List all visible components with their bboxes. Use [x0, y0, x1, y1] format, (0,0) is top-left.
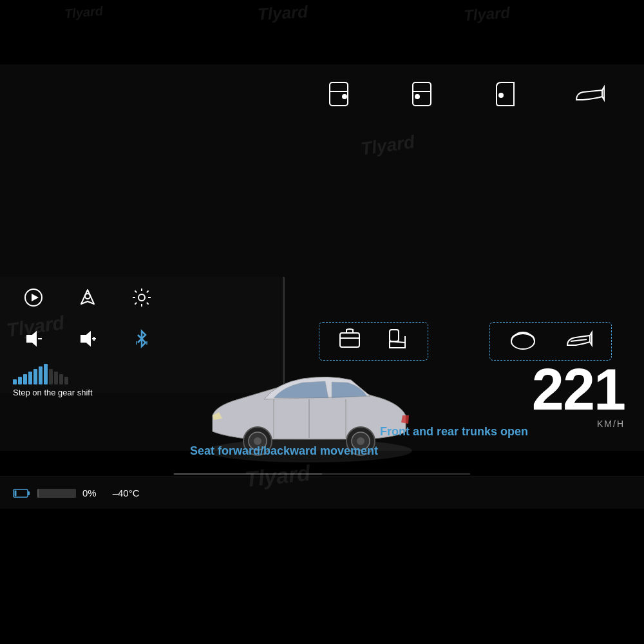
mirror-fold-icon[interactable]	[564, 327, 593, 355]
svg-point-13	[343, 95, 346, 99]
gear-bar-3	[23, 374, 27, 384]
gear-shift-label: Step on the gear shift	[13, 388, 93, 397]
speed-value: 221	[532, 361, 625, 419]
icons-row-1	[0, 277, 283, 318]
svg-rect-34	[28, 491, 30, 495]
svg-point-2	[85, 294, 90, 299]
svg-rect-35	[15, 490, 17, 496]
door-icons-row	[285, 64, 644, 122]
watermark-3: Tlyard	[463, 4, 511, 25]
volume-down-button[interactable]	[19, 325, 48, 353]
left-rear-door-icon[interactable]	[406, 77, 439, 109]
battery-bar	[37, 489, 76, 498]
svg-point-3	[138, 294, 145, 301]
svg-line-22	[571, 339, 587, 341]
front-trunk-icon[interactable]	[337, 327, 363, 356]
svg-rect-19	[390, 330, 399, 341]
bottom-bar: 0% –40°C 11 17 P R N D	[0, 477, 644, 509]
bluetooth-button[interactable]	[128, 325, 156, 353]
seat-icon[interactable]	[384, 327, 410, 356]
trunk-box-right	[489, 322, 612, 361]
watermark-2: Tlyard	[257, 2, 308, 24]
label-trunk-open: Front and rear trunks open	[380, 425, 528, 439]
rear-trunk-icon[interactable]	[509, 327, 538, 355]
gear-bar-5	[33, 369, 37, 384]
battery-fill	[37, 489, 39, 498]
carplay-button[interactable]	[19, 283, 48, 312]
svg-rect-14	[413, 82, 431, 106]
progress-line	[174, 473, 470, 475]
svg-marker-4	[27, 332, 36, 345]
svg-point-16	[415, 95, 419, 99]
front-right-door-icon[interactable]	[323, 77, 355, 109]
main-screen: Step on the gear shift	[0, 64, 644, 451]
svg-point-17	[499, 93, 503, 97]
icons-row-2	[0, 318, 283, 359]
mirror-icon[interactable]	[573, 77, 605, 109]
rear-left-door-icon[interactable]	[490, 77, 522, 109]
svg-marker-1	[32, 294, 39, 301]
gear-bar-8	[49, 369, 53, 384]
car-container	[187, 354, 431, 489]
svg-rect-11	[330, 82, 348, 106]
temperature-label: –40°C	[113, 488, 140, 498]
gear-bar-6	[39, 366, 43, 384]
speed-display: 221 KM/H	[532, 361, 625, 429]
label-seat-movement: Seat forward/backward movement	[190, 444, 378, 458]
gear-bar-9	[54, 372, 58, 384]
gear-bar-7	[44, 364, 48, 384]
svg-marker-6	[81, 332, 90, 345]
svg-rect-18	[340, 333, 359, 347]
gear-shift-area: Step on the gear shift	[13, 364, 93, 397]
battery-icon	[13, 488, 31, 499]
gear-bar-11	[64, 377, 68, 384]
battery-percentage: 0%	[82, 488, 97, 498]
volume-up-button[interactable]	[73, 325, 102, 353]
gear-bars	[13, 364, 68, 384]
gear-bar-10	[59, 374, 63, 384]
settings-button[interactable]	[128, 283, 156, 312]
android-auto-button[interactable]	[73, 283, 102, 312]
trunk-icons-right	[490, 323, 611, 360]
watermark-1: Tlyard	[64, 3, 104, 21]
gear-bar-4	[28, 372, 32, 384]
gear-bar-1	[13, 379, 17, 384]
gear-bar-2	[18, 377, 22, 384]
progress-fill	[174, 473, 322, 475]
battery-area: 0% –40°C	[13, 488, 140, 499]
